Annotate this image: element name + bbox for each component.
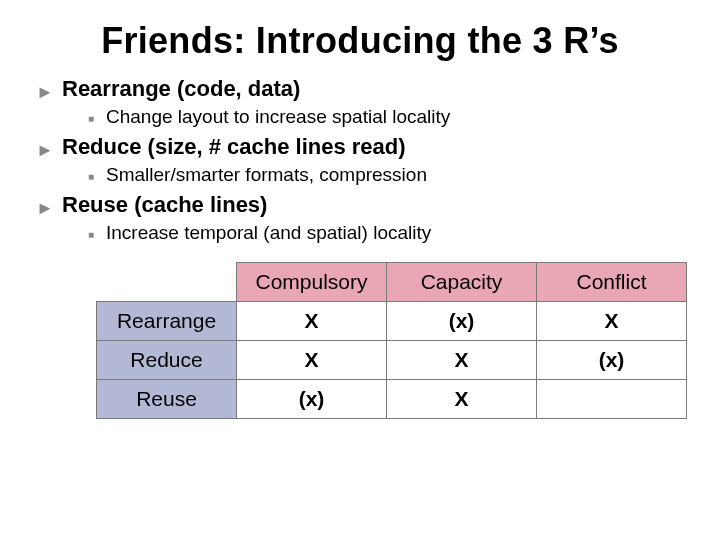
table-cell: (x) <box>537 341 687 380</box>
column-header: Conflict <box>537 263 687 302</box>
row-header: Rearrange <box>97 302 237 341</box>
sub-list-item: ■ Smaller/smarter formats, compression <box>88 164 690 186</box>
table-cell <box>537 380 687 419</box>
table-cell: X <box>237 302 387 341</box>
table-cell: (x) <box>387 302 537 341</box>
table-corner-cell <box>97 263 237 302</box>
row-header: Reduce <box>97 341 237 380</box>
table-cell: X <box>537 302 687 341</box>
row-header: Reuse <box>97 380 237 419</box>
triangle-bullet-icon: ► <box>36 83 62 101</box>
table-cell: (x) <box>237 380 387 419</box>
list-item: ► Reuse (cache lines) <box>36 192 690 218</box>
slide: Friends: Introducing the 3 R’s ► Rearran… <box>0 0 720 540</box>
table-cell: X <box>387 380 537 419</box>
square-bullet-icon: ■ <box>88 229 106 240</box>
sub-list-text: Smaller/smarter formats, compression <box>106 164 427 186</box>
bullet-list: ► Rearrange (code, data) ■ Change layout… <box>36 76 690 244</box>
list-item: ► Rearrange (code, data) <box>36 76 690 102</box>
list-item-heading: Rearrange (code, data) <box>62 76 300 102</box>
table-row: Rearrange X (x) X <box>97 302 687 341</box>
sub-list: ■ Increase temporal (and spatial) locali… <box>88 222 690 244</box>
triangle-bullet-icon: ► <box>36 199 62 217</box>
list-item-heading: Reuse (cache lines) <box>62 192 267 218</box>
square-bullet-icon: ■ <box>88 171 106 182</box>
sub-list-item: ■ Increase temporal (and spatial) locali… <box>88 222 690 244</box>
table-row: Reuse (x) X <box>97 380 687 419</box>
table-container: Compulsory Capacity Conflict Rearrange X… <box>96 262 690 419</box>
list-item-heading: Reduce (size, # cache lines read) <box>62 134 406 160</box>
sub-list-item: ■ Change layout to increase spatial loca… <box>88 106 690 128</box>
column-header: Capacity <box>387 263 537 302</box>
sub-list: ■ Change layout to increase spatial loca… <box>88 106 690 128</box>
list-item: ► Reduce (size, # cache lines read) <box>36 134 690 160</box>
table-row: Reduce X X (x) <box>97 341 687 380</box>
square-bullet-icon: ■ <box>88 113 106 124</box>
table-cell: X <box>237 341 387 380</box>
sub-list-text: Change layout to increase spatial locali… <box>106 106 450 128</box>
three-r-table: Compulsory Capacity Conflict Rearrange X… <box>96 262 687 419</box>
table-cell: X <box>387 341 537 380</box>
slide-title: Friends: Introducing the 3 R’s <box>30 20 690 62</box>
table-header-row: Compulsory Capacity Conflict <box>97 263 687 302</box>
triangle-bullet-icon: ► <box>36 141 62 159</box>
sub-list-text: Increase temporal (and spatial) locality <box>106 222 431 244</box>
sub-list: ■ Smaller/smarter formats, compression <box>88 164 690 186</box>
column-header: Compulsory <box>237 263 387 302</box>
